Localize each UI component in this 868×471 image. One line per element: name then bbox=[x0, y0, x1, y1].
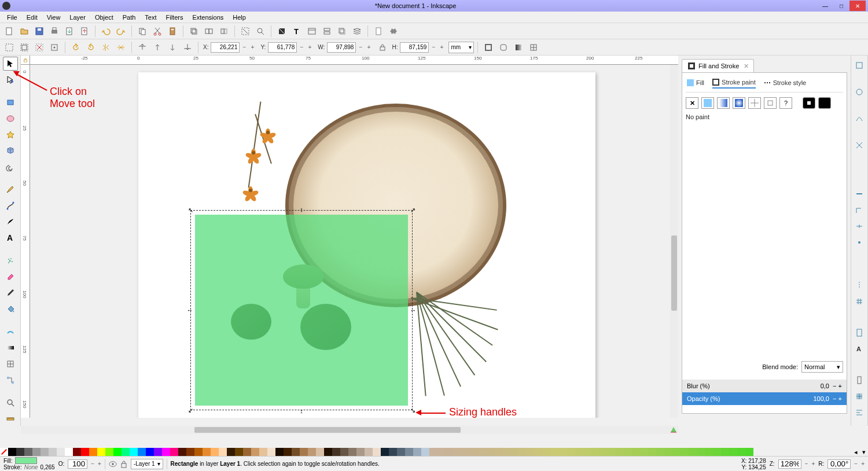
palette-swatch[interactable] bbox=[284, 448, 292, 456]
palette-swatch[interactable] bbox=[275, 448, 284, 456]
snap-node-button[interactable] bbox=[853, 86, 866, 98]
bucket-tool[interactable] bbox=[3, 302, 18, 316]
palette-swatch[interactable] bbox=[316, 448, 324, 456]
zoom-inc-button[interactable]: + bbox=[811, 461, 815, 467]
palette-swatch[interactable] bbox=[672, 448, 681, 456]
palette-swatch[interactable] bbox=[340, 448, 348, 456]
affect-stroke-button[interactable] bbox=[481, 41, 495, 54]
flat-color-button[interactable] bbox=[701, 97, 714, 109]
menu-text[interactable]: Text bbox=[140, 13, 161, 22]
palette-swatch[interactable] bbox=[105, 448, 113, 456]
palette-swatch[interactable] bbox=[292, 448, 300, 456]
palette-swatch[interactable] bbox=[162, 448, 170, 456]
linear-gradient-button[interactable] bbox=[717, 97, 730, 109]
lock-guides-icon[interactable] bbox=[21, 56, 30, 65]
no-paint-button[interactable]: ✕ bbox=[686, 97, 698, 109]
x-inc-button[interactable]: + bbox=[249, 43, 256, 52]
lower-bottom-button[interactable] bbox=[181, 41, 194, 54]
palette-swatch[interactable] bbox=[170, 448, 178, 456]
3dbox-tool[interactable] bbox=[3, 144, 18, 158]
import-button[interactable] bbox=[62, 25, 76, 38]
palette-swatch[interactable] bbox=[211, 448, 219, 456]
cut-button[interactable] bbox=[150, 25, 164, 38]
stroke-paint-subtab[interactable]: Stroke paint bbox=[712, 79, 756, 89]
master-opacity-input[interactable] bbox=[68, 459, 87, 469]
menu-view[interactable]: View bbox=[42, 13, 65, 22]
palette-swatch[interactable] bbox=[518, 448, 527, 456]
color-picker-corner-icon[interactable] bbox=[670, 426, 677, 433]
palette-swatch[interactable] bbox=[81, 448, 89, 456]
palette-swatch[interactable] bbox=[24, 448, 32, 456]
dec-button[interactable]: − bbox=[91, 461, 94, 467]
snap-corner-button[interactable] bbox=[853, 204, 866, 216]
palette-none-swatch[interactable] bbox=[0, 448, 8, 456]
open-button[interactable] bbox=[17, 25, 31, 38]
affect-corners-button[interactable] bbox=[496, 41, 510, 54]
fill-stroke-tab[interactable]: Fill and Stroke ✕ bbox=[682, 59, 754, 72]
clone-button[interactable] bbox=[202, 25, 216, 38]
palette-swatch[interactable] bbox=[89, 448, 97, 456]
palette-swatch[interactable] bbox=[437, 448, 446, 456]
palette-swatch[interactable] bbox=[421, 448, 429, 456]
resize-handle-n[interactable]: ↕ bbox=[299, 207, 304, 212]
snap-edge-button[interactable] bbox=[853, 187, 866, 200]
menu-object[interactable]: Object bbox=[90, 13, 118, 22]
palette-swatch[interactable] bbox=[413, 448, 421, 456]
palette-swatch[interactable] bbox=[243, 448, 251, 456]
palette-swatch[interactable] bbox=[146, 448, 154, 456]
palette-swatch[interactable] bbox=[640, 448, 648, 456]
paste-button[interactable] bbox=[165, 25, 179, 38]
text-dialog-button[interactable]: T bbox=[290, 25, 304, 38]
redo-button[interactable] bbox=[114, 25, 128, 38]
fill-rule-nonzero-button[interactable] bbox=[818, 97, 831, 109]
palette-scroll-left[interactable]: ◂ bbox=[852, 448, 860, 456]
layer-select[interactable]: -Layer 1▾ bbox=[131, 459, 163, 469]
mesh-tool[interactable] bbox=[3, 357, 18, 371]
unlink-clone-button[interactable] bbox=[217, 25, 231, 38]
palette-swatch[interactable] bbox=[527, 448, 535, 456]
resize-handle-e[interactable]: ↔ bbox=[410, 307, 416, 313]
flip-v-button[interactable] bbox=[114, 41, 128, 54]
palette-swatch[interactable] bbox=[73, 448, 81, 456]
menu-filters[interactable]: Filters bbox=[161, 13, 188, 22]
zoom-selection-button[interactable] bbox=[238, 25, 252, 38]
pencil-tool[interactable] bbox=[3, 183, 18, 197]
palette-swatch[interactable] bbox=[397, 448, 405, 456]
stroke-value[interactable]: None bbox=[24, 464, 38, 470]
palette-swatch[interactable] bbox=[478, 448, 486, 456]
palette-swatch[interactable] bbox=[186, 448, 194, 456]
measure-tool[interactable] bbox=[3, 412, 18, 426]
palette-swatch[interactable] bbox=[389, 448, 397, 456]
palette-swatch[interactable] bbox=[737, 448, 745, 456]
h-inc-button[interactable]: + bbox=[438, 43, 445, 52]
palette-swatch[interactable] bbox=[446, 448, 454, 456]
flip-h-button[interactable] bbox=[99, 41, 113, 54]
palette-swatch[interactable] bbox=[535, 448, 543, 456]
document-properties-button[interactable] bbox=[372, 25, 385, 38]
star-tool[interactable] bbox=[3, 128, 18, 142]
palette-swatch[interactable] bbox=[543, 448, 551, 456]
palette-swatch[interactable] bbox=[510, 448, 518, 456]
spray-tool[interactable] bbox=[3, 254, 18, 268]
export-button[interactable] bbox=[78, 25, 91, 38]
palette-swatch[interactable] bbox=[356, 448, 365, 456]
palette-menu[interactable]: ▾ bbox=[860, 448, 868, 456]
toggle-select-button[interactable] bbox=[47, 41, 61, 54]
swatch-button[interactable] bbox=[764, 97, 777, 109]
h-input[interactable] bbox=[400, 42, 429, 53]
palette-swatch[interactable] bbox=[632, 448, 640, 456]
scrollbar-thumb[interactable] bbox=[194, 427, 461, 433]
vertical-scrollbar[interactable] bbox=[670, 65, 678, 418]
palette-swatch[interactable] bbox=[559, 448, 567, 456]
palette-swatch[interactable] bbox=[608, 448, 616, 456]
unit-select[interactable]: mm▾ bbox=[448, 42, 474, 53]
palette-swatch[interactable] bbox=[697, 448, 705, 456]
palette-swatch[interactable] bbox=[713, 448, 721, 456]
resize-handle-sw[interactable]: ↙ bbox=[187, 407, 193, 413]
palette-swatch[interactable] bbox=[203, 448, 211, 456]
palette-swatch[interactable] bbox=[348, 448, 356, 456]
affect-gradient-button[interactable] bbox=[512, 41, 525, 54]
palette-swatch[interactable] bbox=[227, 448, 235, 456]
menu-file[interactable]: File bbox=[2, 13, 22, 22]
palette-swatch[interactable] bbox=[219, 448, 227, 456]
